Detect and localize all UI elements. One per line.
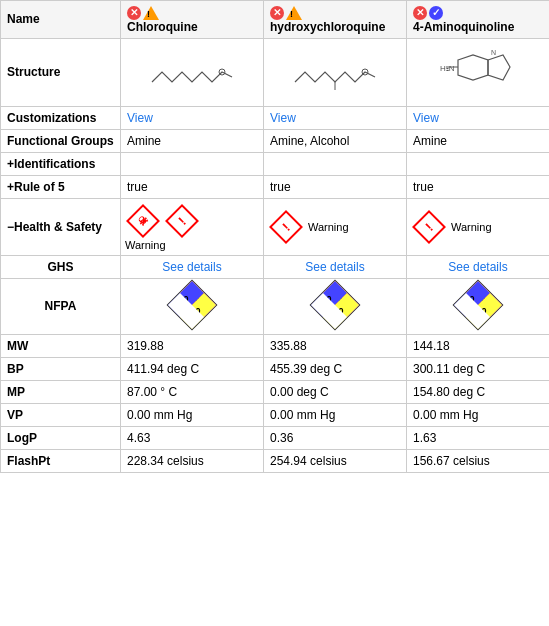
- logp-row: LogP 4.63 0.36 1.63: [1, 426, 550, 449]
- hydroxy-nfpa-shape: 4 0 0: [310, 279, 361, 330]
- ghs-row: GHS See details See details See details: [1, 255, 550, 278]
- chloroquine-identifications: [121, 152, 264, 175]
- chloroquine-flashpt: 228.34 celsius: [121, 449, 264, 472]
- amino-mol-svg: H₂N N: [438, 45, 518, 100]
- chloroquine-nfpa-diamond: 4 0 0: [170, 283, 214, 327]
- chloroquine-mp: 87.00 ° C: [121, 380, 264, 403]
- amino-nfpa-diamond: 4 0 0: [456, 283, 500, 327]
- chloroquine-structure: [121, 38, 264, 106]
- hydroxy-mol-svg: [290, 52, 380, 92]
- amino-nfpa-shape: 4 0 0: [453, 279, 504, 330]
- chloroquine-header: ✕ Chloroquine: [121, 1, 264, 39]
- hydroxychloroquine-vp: 0.00 mm Hg: [264, 403, 407, 426]
- functional-groups-row: Functional Groups Amine Amine, Alcohol A…: [1, 129, 550, 152]
- warn-icon-chloro: [143, 6, 159, 20]
- hydroxy-nfpa-diamond: 4 0 0: [313, 283, 357, 327]
- x-icon-chloro: ✕: [127, 6, 141, 20]
- functional-groups-label: Functional Groups: [1, 129, 121, 152]
- vp-row: VP 0.00 mm Hg 0.00 mm Hg 0.00 mm Hg: [1, 403, 550, 426]
- aminoquinoline-nfpa: 4 0 0: [407, 278, 550, 334]
- mw-label: MW: [1, 334, 121, 357]
- hydroxy-ghs-icons: ! Warning: [268, 209, 402, 245]
- aminoquinoline-health-safety: ! Warning: [407, 198, 550, 255]
- hydroxychloroquine-flashpt: 254.94 celsius: [264, 449, 407, 472]
- ghs-label: GHS: [1, 255, 121, 278]
- rule-of-5-row: +Rule of 5 true true true: [1, 175, 550, 198]
- hydroxy-ghs-link[interactable]: See details: [305, 260, 364, 274]
- structure-label: Structure: [1, 38, 121, 106]
- chloroquine-vp: 0.00 mm Hg: [121, 403, 264, 426]
- chloroquine-ghs[interactable]: See details: [121, 255, 264, 278]
- amino-warning-text: Warning: [451, 221, 492, 233]
- hydroxychloroquine-nfpa: 4 0 0: [264, 278, 407, 334]
- chloroquine-mw: 319.88: [121, 334, 264, 357]
- aminoquinoline-ghs[interactable]: See details: [407, 255, 550, 278]
- rule-of-5-label[interactable]: +Rule of 5: [1, 175, 121, 198]
- warn-icon-hydroxy: [286, 6, 302, 20]
- amino-view-link[interactable]: View: [413, 111, 439, 125]
- aminoquinoline-rule-of-5: true: [407, 175, 550, 198]
- svg-marker-3: [458, 55, 488, 80]
- nfpa-label: NFPA: [1, 278, 121, 334]
- aminoquinoline-functional-groups: Amine: [407, 129, 550, 152]
- identifications-label[interactable]: +Identifications: [1, 152, 121, 175]
- svg-text:H₂N: H₂N: [440, 64, 455, 73]
- hydroxy-ghs-diamond-1: !: [268, 209, 304, 245]
- hydroxychloroquine-header: ✕ hydroxychloroquine: [264, 1, 407, 39]
- hydroxy-view-link[interactable]: View: [270, 111, 296, 125]
- health-safety-label[interactable]: −Health & Safety: [1, 198, 121, 255]
- svg-marker-4: [488, 55, 510, 80]
- amino-ghs-link[interactable]: See details: [448, 260, 507, 274]
- mp-row: MP 87.00 ° C 0.00 deg C 154.80 deg C: [1, 380, 550, 403]
- chloroquine-customizations[interactable]: View: [121, 106, 264, 129]
- aminoquinoline-vp: 0.00 mm Hg: [407, 403, 550, 426]
- hydroxychloroquine-logp: 0.36: [264, 426, 407, 449]
- chloroquine-rule-of-5: true: [121, 175, 264, 198]
- logp-label: LogP: [1, 426, 121, 449]
- structure-row: Structure: [1, 38, 550, 106]
- aminoquinoline-structure: H₂N N: [407, 38, 550, 106]
- aminoquinoline-mw: 144.18: [407, 334, 550, 357]
- chloroquine-ghs-diamond-2: !: [164, 203, 200, 239]
- chloroquine-ghs-link[interactable]: See details: [162, 260, 221, 274]
- name-header: Name: [1, 1, 121, 39]
- flashpt-label: FlashPt: [1, 449, 121, 472]
- hydroxychloroquine-mp: 0.00 deg C: [264, 380, 407, 403]
- hydroxychloroquine-health-safety: ! Warning: [264, 198, 407, 255]
- chloroquine-logp: 4.63: [121, 426, 264, 449]
- chloroquine-functional-groups: Amine: [121, 129, 264, 152]
- aminoquinoline-logp: 1.63: [407, 426, 550, 449]
- mp-label: MP: [1, 380, 121, 403]
- amino-ghs-diamond-1: !: [411, 209, 447, 245]
- hydroxychloroquine-ghs[interactable]: See details: [264, 255, 407, 278]
- chloroquine-bp: 411.94 deg C: [121, 357, 264, 380]
- svg-text:N: N: [491, 49, 496, 56]
- x-icon-amino: ✕: [413, 6, 427, 20]
- aminoquinoline-customizations[interactable]: View: [407, 106, 550, 129]
- aminoquinoline-flashpt: 156.67 celsius: [407, 449, 550, 472]
- chloroquine-ghs-diamond-1: ☠: [125, 203, 161, 239]
- amino-ghs-icons: ! Warning: [411, 209, 545, 245]
- aminoquinoline-identifications: [407, 152, 550, 175]
- hydroxychloroquine-identifications: [264, 152, 407, 175]
- customizations-label: Customizations: [1, 106, 121, 129]
- mw-row: MW 319.88 335.88 144.18: [1, 334, 550, 357]
- nfpa-row: NFPA 4 0 0 4 0 0: [1, 278, 550, 334]
- x-icon-hydroxy: ✕: [270, 6, 284, 20]
- hydroxychloroquine-rule-of-5: true: [264, 175, 407, 198]
- aminoquinoline-header: ✕✓ 4-Aminoquinoline: [407, 1, 550, 39]
- hydroxychloroquine-bp: 455.39 deg C: [264, 357, 407, 380]
- bp-row: BP 411.94 deg C 455.39 deg C 300.11 deg …: [1, 357, 550, 380]
- bp-label: BP: [1, 357, 121, 380]
- chloroquine-warning-text: Warning: [125, 239, 259, 251]
- customizations-row: Customizations View View View: [1, 106, 550, 129]
- chloroquine-health-safety: ☠ ! Warning: [121, 198, 264, 255]
- chloroquine-nfpa-shape: 4 0 0: [167, 279, 218, 330]
- hydroxychloroquine-customizations[interactable]: View: [264, 106, 407, 129]
- chloroquine-view-link[interactable]: View: [127, 111, 153, 125]
- chloroquine-ghs-icons: ☠ !: [125, 203, 259, 239]
- flashpt-row: FlashPt 228.34 celsius 254.94 celsius 15…: [1, 449, 550, 472]
- hydroxychloroquine-mw: 335.88: [264, 334, 407, 357]
- hydroxychloroquine-structure: [264, 38, 407, 106]
- aminoquinoline-mp: 154.80 deg C: [407, 380, 550, 403]
